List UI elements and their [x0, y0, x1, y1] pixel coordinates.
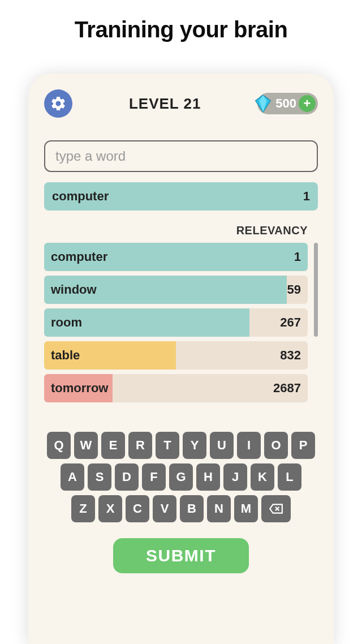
current-guess-word: computer: [52, 189, 109, 204]
guess-score: 267: [280, 315, 301, 330]
kb-row-1: QWERTYUIOP: [44, 432, 318, 459]
key-d[interactable]: D: [115, 463, 139, 491]
key-r[interactable]: R: [128, 432, 152, 459]
level-title: LEVEL 21: [129, 95, 201, 113]
kb-row-3: ZXCVBNM: [44, 495, 318, 522]
tagline: Tranining your brain: [0, 0, 362, 42]
key-o[interactable]: O: [264, 432, 288, 459]
key-w[interactable]: W: [74, 432, 98, 459]
guess-row: tomorrow2687: [44, 374, 308, 402]
key-t[interactable]: T: [156, 432, 179, 459]
backspace-icon: [269, 503, 283, 514]
key-l[interactable]: L: [278, 463, 301, 491]
key-v[interactable]: V: [153, 495, 176, 522]
guess-word: computer: [51, 250, 107, 264]
word-input-placeholder: type a word: [55, 148, 126, 164]
guess-row: table832: [44, 341, 308, 370]
word-input[interactable]: type a word: [44, 140, 318, 172]
key-u[interactable]: U: [210, 432, 234, 459]
guess-word: window: [51, 282, 97, 297]
relevancy-header: RELEVANCY: [44, 224, 318, 237]
guess-word: room: [51, 315, 82, 330]
guess-word: table: [51, 348, 80, 363]
guess-row: computer1: [44, 243, 308, 271]
gem-icon: [252, 92, 274, 115]
kb-row-2: ASDFGHJKL: [44, 463, 318, 491]
key-q[interactable]: Q: [47, 432, 71, 459]
guess-score: 1: [294, 250, 301, 264]
add-gems-button[interactable]: +: [299, 95, 316, 112]
guess-row: room267: [44, 308, 308, 337]
gems-count: 500: [274, 96, 299, 111]
key-b[interactable]: B: [180, 495, 204, 522]
current-guess: computer 1: [44, 182, 318, 211]
key-a[interactable]: A: [61, 463, 84, 491]
key-h[interactable]: H: [196, 463, 220, 491]
keyboard: QWERTYUIOP ASDFGHJKL ZXCVBNM: [44, 432, 318, 522]
key-i[interactable]: I: [237, 432, 261, 459]
key-c[interactable]: C: [126, 495, 149, 522]
scrollbar[interactable]: [314, 243, 318, 337]
guess-row: window59: [44, 276, 308, 304]
key-p[interactable]: P: [291, 432, 315, 459]
key-f[interactable]: F: [142, 463, 166, 491]
guess-score: 2687: [273, 381, 301, 396]
guess-word: tomorrow: [51, 381, 108, 396]
game-card: LEVEL 21 500 + type a word computer 1 RE…: [28, 74, 334, 644]
topbar: LEVEL 21 500 +: [44, 89, 318, 118]
settings-button[interactable]: [44, 89, 72, 118]
guess-list: computer1window59room267table832tomorrow…: [44, 243, 318, 402]
key-k[interactable]: K: [251, 463, 274, 491]
gear-icon: [50, 95, 67, 112]
key-m[interactable]: M: [234, 495, 258, 522]
key-n[interactable]: N: [207, 495, 231, 522]
key-g[interactable]: G: [169, 463, 193, 491]
key-j[interactable]: J: [223, 463, 247, 491]
key-z[interactable]: Z: [71, 495, 95, 522]
key-backspace[interactable]: [261, 495, 291, 522]
gems-pill: 500 +: [257, 93, 318, 114]
key-x[interactable]: X: [98, 495, 122, 522]
current-guess-score: 1: [303, 189, 310, 204]
guess-score: 59: [287, 282, 301, 297]
submit-button[interactable]: SUBMIT: [113, 538, 249, 573]
guess-score: 832: [280, 348, 301, 363]
key-s[interactable]: S: [88, 463, 111, 491]
key-y[interactable]: Y: [183, 432, 206, 459]
key-e[interactable]: E: [101, 432, 125, 459]
